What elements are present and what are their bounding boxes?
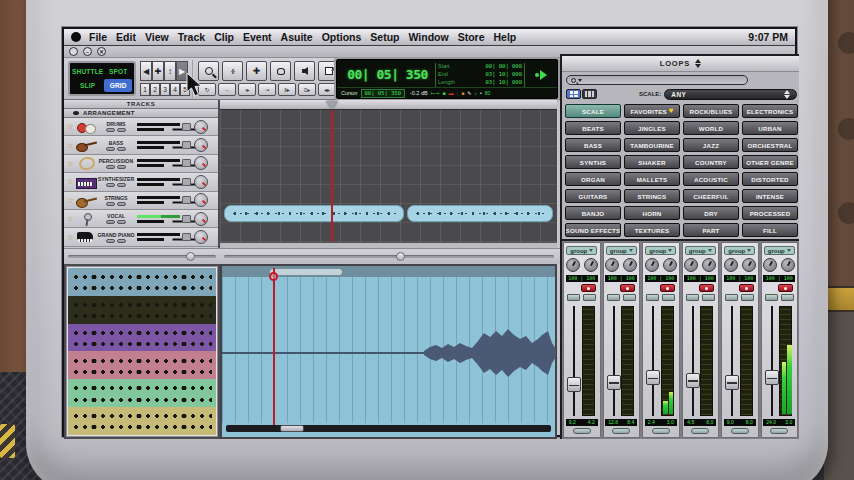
app-logo-icon[interactable] (71, 32, 81, 42)
loop-category-button[interactable]: SCALE (565, 104, 621, 118)
loop-clip-band[interactable] (68, 268, 216, 296)
group-dropdown[interactable]: group (645, 246, 676, 255)
track-options-button[interactable] (182, 123, 191, 131)
scale-dropdown[interactable]: ANY (664, 89, 797, 100)
audio-clip[interactable] (224, 205, 404, 222)
track-options-button[interactable] (182, 178, 191, 186)
loop-category-button[interactable]: MALLETS (624, 172, 680, 186)
solo-button[interactable] (702, 294, 715, 301)
mute-button[interactable] (106, 183, 115, 187)
monitor-tool-button[interactable] (294, 61, 315, 81)
favorite-star-icon[interactable] (66, 215, 75, 222)
minimize-window-button[interactable]: – (83, 47, 92, 56)
mute-button[interactable] (106, 165, 115, 169)
menu-item[interactable]: Asuite (281, 31, 313, 43)
playhead-line[interactable] (331, 110, 333, 242)
loop-category-button[interactable]: FAVORITES (624, 104, 680, 118)
mute-button[interactable] (725, 294, 738, 301)
pan-knob[interactable] (194, 175, 208, 189)
magnify-tool-button[interactable] (198, 61, 219, 81)
mute-button[interactable] (106, 128, 115, 132)
playhead-marker-icon[interactable] (326, 101, 338, 109)
small-tool-button[interactable]: ◦▸ (238, 83, 256, 96)
memory-number-button[interactable]: 5 (180, 83, 190, 96)
pan-knob[interactable] (194, 212, 208, 226)
send-knob[interactable] (566, 258, 580, 272)
editor-playhead-line[interactable] (273, 268, 275, 428)
loop-category-button[interactable]: CHEERFUL (683, 189, 739, 203)
solo-button[interactable] (623, 294, 636, 301)
loop-category-button[interactable]: ROCK/BLUES (683, 104, 739, 118)
loop-category-button[interactable]: BANJO (565, 206, 621, 220)
memory-number-button[interactable]: 4 (170, 83, 180, 96)
track-row[interactable]: VOCAL (64, 210, 218, 228)
send-knob[interactable] (724, 258, 738, 272)
loop-clip-band[interactable] (68, 324, 216, 352)
group-dropdown[interactable]: group (606, 246, 637, 255)
zoom-window-button[interactable] (69, 47, 78, 56)
menu-item[interactable]: Track (178, 31, 205, 43)
loop-clip-band[interactable] (68, 351, 216, 379)
loop-category-button[interactable]: URBAN (742, 121, 798, 135)
left-scroll-handle[interactable] (186, 252, 195, 261)
solo-button[interactable] (662, 294, 675, 301)
timeline-ruler[interactable] (220, 100, 557, 110)
pan-knob[interactable] (584, 258, 598, 272)
loop-category-button[interactable]: PART (683, 223, 739, 237)
loop-category-button[interactable]: BASS (565, 138, 621, 152)
loop-category-button[interactable]: DRY (683, 206, 739, 220)
solo-button[interactable] (741, 294, 754, 301)
loop-category-button[interactable]: STRINGS (624, 189, 680, 203)
loop-category-button[interactable]: JINGLES (624, 121, 680, 135)
fader-handle[interactable] (646, 370, 660, 385)
nav-button[interactable]: ◀ (140, 61, 152, 81)
loop-category-button[interactable]: SYNTHS (565, 155, 621, 169)
loop-category-button[interactable]: COUNTRY (683, 155, 739, 169)
waveform-editor[interactable] (220, 264, 557, 439)
channel-output-button[interactable] (573, 428, 591, 434)
lasso-tool-button[interactable] (270, 61, 291, 81)
menu-item[interactable]: Options (322, 31, 362, 43)
loop-category-button[interactable]: DISTORTED (742, 172, 798, 186)
memory-number-button[interactable]: 3 (160, 83, 170, 96)
pan-tool-button[interactable]: ✚ (246, 61, 267, 81)
track-options-button[interactable] (182, 159, 191, 167)
track-row[interactable]: STRINGS (64, 192, 218, 210)
track-options-button[interactable] (182, 215, 191, 223)
edit-mode-button[interactable]: SLIP (72, 79, 103, 92)
loop-search-input[interactable] (566, 75, 748, 85)
grid-view-button[interactable] (566, 89, 581, 99)
solo-button[interactable] (117, 239, 126, 243)
pan-knob[interactable] (742, 258, 756, 272)
record-arm-button[interactable] (778, 284, 793, 292)
edit-mode-button[interactable]: SPOT (104, 65, 132, 78)
menu-item[interactable]: Store (458, 31, 485, 43)
menu-item[interactable]: Help (494, 31, 517, 43)
track-row[interactable]: DRUMS (64, 118, 218, 136)
loop-category-button[interactable]: ORCHESTRAL (742, 138, 798, 152)
trim-tool-button[interactable]: ·‖· (222, 61, 243, 81)
loop-category-button[interactable]: FILL (742, 223, 798, 237)
pan-knob[interactable] (623, 258, 637, 272)
mute-button[interactable] (106, 239, 115, 243)
channel-output-button[interactable] (652, 428, 670, 434)
loop-category-button[interactable]: GUITARS (565, 189, 621, 203)
favorite-star-icon[interactable] (66, 142, 75, 149)
pan-knob[interactable] (781, 258, 795, 272)
loop-category-button[interactable]: OTHER GENRE (742, 155, 798, 169)
pan-knob[interactable] (702, 258, 716, 272)
solo-button[interactable] (117, 220, 126, 224)
mute-button[interactable] (686, 294, 699, 301)
channel-output-button[interactable] (770, 428, 788, 434)
mute-button[interactable] (106, 147, 115, 151)
loop-category-button[interactable]: JAZZ (683, 138, 739, 152)
group-dropdown[interactable]: group (764, 246, 795, 255)
record-arm-button[interactable] (739, 284, 754, 292)
loop-clip-browser[interactable] (64, 264, 220, 439)
fader-handle[interactable] (765, 370, 779, 385)
mute-button[interactable] (765, 294, 778, 301)
record-arm-button[interactable] (620, 284, 635, 292)
loop-category-button[interactable]: TAMBOURINE (624, 138, 680, 152)
loop-category-button[interactable]: WORLD (683, 121, 739, 135)
favorite-star-icon[interactable] (66, 178, 75, 185)
